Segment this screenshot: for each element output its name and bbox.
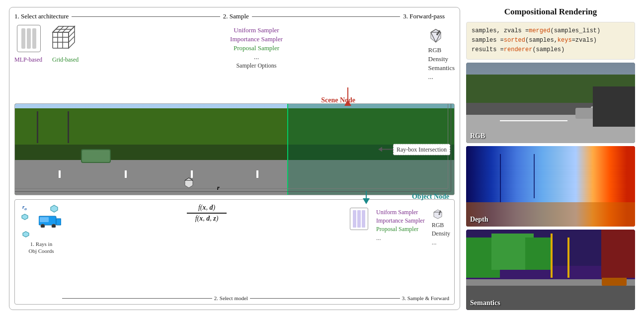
rgb-scene — [466, 63, 635, 143]
step2-label: 2. Sample — [223, 12, 249, 20]
bottom-fp-rgb: RGB — [432, 222, 444, 229]
mlp-visual — [17, 25, 41, 52]
code-2-kw: keys — [558, 36, 572, 45]
pole-1 — [37, 111, 38, 143]
step-labels-row: 1. Select architecture 2. Sample 3. Forw… — [14, 12, 455, 20]
arrow-head-up — [344, 100, 351, 106]
rays-coords-label: 1. Rays inObj Coords — [28, 240, 54, 255]
code-3-post: (samples) — [532, 45, 564, 55]
car-green — [81, 149, 111, 163]
gem-bottom-left — [22, 231, 30, 238]
sampler-caption: Sampler Options — [236, 62, 276, 70]
mlp-small-icon — [350, 208, 368, 230]
obj-node-label: Object Node — [412, 193, 449, 201]
step3-label: 3. Forward-pass — [403, 12, 445, 20]
step1-label: 1. Select architecture — [14, 12, 69, 20]
depth-label: Depth — [470, 216, 488, 224]
formula-section: f(x, d) f(x, d, z) — [68, 204, 346, 223]
semantics-label: Semantics — [470, 299, 500, 307]
sampler-options: Uniform Sampler Importance Sampler Propo… — [88, 26, 424, 70]
fp-density: Density — [428, 55, 448, 63]
model-selector — [350, 208, 368, 230]
arrow-down-head — [363, 198, 370, 204]
pole-2 — [68, 111, 69, 143]
bottom-uniform: Uniform Sampler — [376, 209, 418, 216]
road-marking-2 — [125, 170, 127, 178]
step-divider-2 — [252, 16, 400, 17]
semantics-image-container: Semantics — [466, 230, 635, 310]
bottom-fp-dots: ... — [432, 238, 437, 246]
gem-icon — [428, 28, 443, 43]
bottom-section: Object Node — [14, 199, 455, 305]
svg-rect-30 — [56, 219, 61, 225]
right-title: Compositional Rendering — [466, 7, 635, 19]
svg-marker-28 — [23, 232, 29, 237]
road-marking-1 — [59, 170, 61, 178]
svg-point-38 — [438, 214, 440, 215]
bottom-fp: RGB Density ... — [432, 209, 450, 246]
sampler-dots: ... — [254, 53, 259, 61]
road-marking-4 — [256, 170, 258, 178]
code-line-1: samples, zvals = merged (samples_list) — [472, 26, 630, 36]
formula-divider — [187, 213, 227, 214]
main-container: 1. Select architecture 2. Sample 3. Forw… — [9, 7, 635, 310]
scene-image: r Ray-box Intersection — [14, 103, 455, 195]
bottom-step2: 2. Select model — [214, 295, 248, 301]
arch-type-labels: MLP-based Grid-based — [14, 56, 79, 64]
r-label: r — [217, 184, 220, 192]
svg-rect-0 — [53, 32, 69, 48]
formula-top: f(x, d) — [198, 204, 215, 212]
top-section: 1. Select architecture 2. Sample 3. Forw… — [14, 12, 455, 99]
code-2-func: sorted — [504, 36, 525, 45]
formula: f(x, d) f(x, d, z) — [187, 204, 227, 223]
sem-building — [601, 230, 635, 278]
code-2-mid: (samples, — [525, 36, 558, 45]
rgb-tunnel — [593, 86, 635, 127]
rgb-label: RGB — [470, 132, 485, 140]
svg-line-12 — [69, 36, 75, 42]
scene-section: Scene Node — [14, 103, 455, 195]
depth-pole-2 — [534, 154, 535, 198]
mlp-label: MLP-based — [14, 56, 42, 64]
truck-icon — [39, 214, 61, 228]
svg-marker-27 — [22, 214, 28, 220]
ray-box-container: Ray-box Intersection — [393, 144, 450, 155]
arrow-down-stem — [366, 191, 367, 198]
code-3-pre: results = — [472, 45, 504, 55]
scene-node-arrow — [344, 87, 351, 106]
arch-icons — [17, 25, 76, 52]
depth-image-container: Depth — [466, 146, 635, 227]
code-block: samples, zvals = merged (samples_list) s… — [466, 22, 635, 60]
fp-semantics: Semantics — [428, 64, 455, 72]
uniform-sampler: Uniform Sampler — [234, 26, 279, 34]
fp-rgb: RGB — [428, 46, 442, 54]
bottom-sampler-dots: ... — [376, 234, 381, 242]
rgb-image-container: RGB — [466, 63, 635, 143]
svg-point-21 — [436, 33, 438, 35]
importance-sampler: Importance Sampler — [230, 35, 283, 43]
rays-section: ro 1. Rays inObj Coords — [19, 204, 64, 255]
code-2-pre: samples = — [472, 36, 504, 45]
code-1-func: merged — [529, 26, 550, 36]
semantics-scene — [466, 230, 635, 310]
code-1-pre: samples, zvals = — [472, 26, 529, 36]
code-3-func: renderer — [504, 45, 533, 55]
sem-pole-2 — [567, 238, 569, 278]
svg-point-31 — [41, 224, 45, 228]
grid-cube-icon — [49, 25, 76, 52]
obj-node-arrow — [363, 191, 370, 204]
code-1-post: (samples_list) — [550, 26, 600, 36]
right-panel: Compositional Rendering samples, zvals =… — [466, 7, 635, 310]
architectures: MLP-based Grid-based — [14, 25, 79, 64]
grid-option — [49, 25, 76, 52]
arrow-stem — [347, 87, 348, 100]
code-2-post: =zvals) — [572, 36, 597, 45]
ray-box-label: Ray-box Intersection — [393, 144, 450, 155]
gem-left — [21, 214, 29, 220]
svg-point-37 — [439, 212, 440, 214]
formula-bot: f(x, d, z) — [195, 215, 219, 223]
depth-pole-1 — [500, 154, 501, 202]
bottom-proposal: Proposal Sampler — [376, 226, 418, 233]
code-line-2: samples = sorted (samples, keys =zvals) — [472, 36, 630, 45]
code-line-3: results = renderer (samples) — [472, 45, 630, 55]
